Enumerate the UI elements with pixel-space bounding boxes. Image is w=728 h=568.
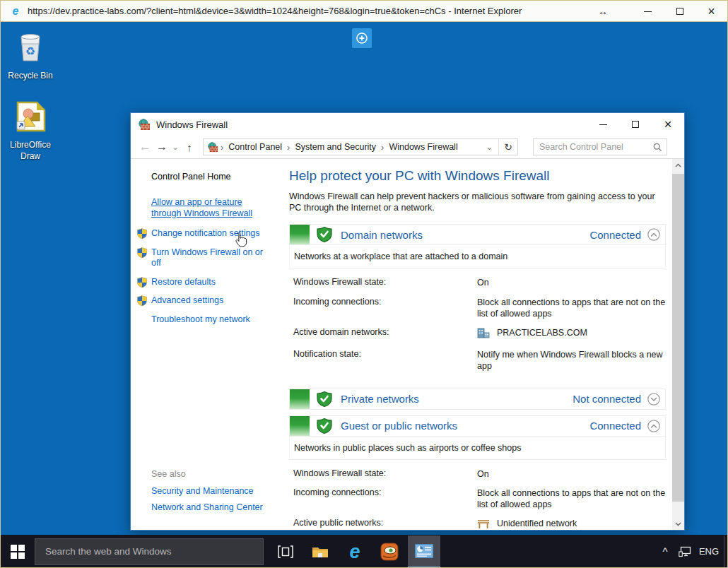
section-title: Private networks <box>341 393 419 405</box>
status-badge: Connected <box>589 420 641 432</box>
internet-explorer-icon: e <box>349 542 360 562</box>
task-view-button[interactable] <box>269 536 302 568</box>
window-titlebar[interactable]: Windows Firewall × <box>131 113 684 136</box>
window-maximize-button[interactable] <box>619 113 652 136</box>
scroll-down-button[interactable] <box>672 518 684 530</box>
sidebar-item-turn-firewall-on-off[interactable]: Turn Windows Firewall on or off <box>151 247 273 269</box>
see-also-header: See also <box>151 469 263 479</box>
section-header-private[interactable]: Private networks Not connected <box>289 389 666 410</box>
show-desktop-button[interactable] <box>724 536 727 568</box>
section-domain-networks: Domain networks Connected Networks at a … <box>289 224 666 385</box>
control-panel-search[interactable] <box>533 138 667 155</box>
forward-button[interactable]: → <box>153 141 170 153</box>
tray-expand-button[interactable]: ^ <box>656 545 674 557</box>
browser-titlebar: e https://dev.practice-labs.com/?client=… <box>1 1 727 22</box>
recent-pages-dropdown[interactable]: ⌄ <box>170 143 180 152</box>
desktop-icon-label: LibreOffice Draw <box>2 140 59 162</box>
system-tray: ^ ENG <box>656 536 727 568</box>
uac-shield-icon <box>136 228 148 243</box>
orange-app-icon <box>380 543 399 561</box>
status-badge: Connected <box>589 229 641 241</box>
green-shield-check-icon <box>317 391 332 407</box>
detail-value: Unidentified network <box>497 518 577 529</box>
scrollbar-thumb[interactable] <box>672 174 684 502</box>
detail-value: On <box>477 468 666 480</box>
navigation-bar: ← → ⌄ ↑ › Control Panel › System and Sec… <box>131 136 684 159</box>
browser-close-button[interactable]: × <box>695 1 727 22</box>
breadcrumb-separator: › <box>381 142 384 153</box>
desktop-icon-label: Recycle Bin <box>2 71 59 82</box>
browser-maximize-button[interactable] <box>664 1 695 22</box>
detail-value: Notify me when Windows Firewall blocks a… <box>477 349 666 372</box>
sidebar-item-restore-defaults[interactable]: Restore defaults <box>151 277 273 288</box>
refresh-button[interactable]: ↻ <box>499 141 517 153</box>
control-panel-window-button[interactable] <box>408 536 440 568</box>
back-button[interactable]: ← <box>136 141 153 153</box>
breadcrumb-separator: › <box>221 142 223 153</box>
section-header-guest-public[interactable]: Guest or public networks Connected <box>289 415 666 437</box>
desktop-icon-recycle-bin[interactable]: ♻ Recycle Bin <box>2 30 59 82</box>
section-title: Guest or public networks <box>341 420 457 432</box>
sidebar-item-network-and-sharing-center[interactable]: Network and Sharing Center <box>151 502 263 512</box>
search-input[interactable] <box>539 142 653 152</box>
collapse-chevron-icon[interactable] <box>647 420 660 432</box>
detail-row: Windows Firewall state: On <box>293 277 666 288</box>
language-indicator[interactable]: ENG <box>695 546 722 557</box>
sidebar-link-label: Advanced settings <box>151 295 223 305</box>
breadcrumb-control-panel[interactable]: Control Panel <box>228 142 282 152</box>
main-panel: Help protect your PC with Windows Firewa… <box>289 159 672 530</box>
window-minimize-button[interactable] <box>587 113 619 136</box>
green-shield-check-icon <box>317 418 332 434</box>
windows-firewall-window: Windows Firewall × ← → ⌄ ↑ › Control Pan… <box>130 112 685 531</box>
network-tray-button[interactable] <box>674 546 695 557</box>
sidebar-link-label: Restore defaults <box>151 277 216 287</box>
collapse-chevron-icon[interactable] <box>647 228 660 241</box>
sidebar-link-label: Turn Windows Firewall on or off <box>151 247 263 268</box>
scroll-up-icon <box>675 163 681 167</box>
sidebar-item-troubleshoot-my-network[interactable]: Troubleshoot my network <box>151 314 273 326</box>
internet-explorer-button[interactable]: e <box>339 536 371 568</box>
browser-minimize-button[interactable] <box>632 1 664 22</box>
sidebar-link-label: Troubleshoot my network <box>151 314 250 324</box>
sidebar-item-security-and-maintenance[interactable]: Security and Maintenance <box>151 486 263 496</box>
svg-text:♻: ♻ <box>25 45 35 57</box>
browser-title: https://dev.practice-labs.com/?client=ht… <box>28 6 522 16</box>
detail-label: Active public networks: <box>293 518 477 529</box>
file-explorer-button[interactable] <box>304 536 336 568</box>
sidebar-item-control-panel-home[interactable]: Control Panel Home <box>151 172 289 182</box>
section-description: Networks at a workplace that are attache… <box>289 245 666 268</box>
taskbar: e ^ <box>1 535 727 567</box>
intro-text: Windows Firewall can help prevent hacker… <box>289 191 662 213</box>
libreoffice-draw-icon <box>13 99 48 134</box>
task-view-icon <box>278 545 293 558</box>
screen: e https://dev.practice-labs.com/?client=… <box>0 0 728 568</box>
taskbar-search-input[interactable] <box>35 546 263 557</box>
detail-value: On <box>477 277 666 288</box>
control-panel-icon <box>415 544 433 558</box>
expand-chevron-icon[interactable] <box>647 393 660 406</box>
desktop-icon-libreoffice-draw[interactable]: LibreOffice Draw <box>2 99 59 162</box>
vertical-scrollbar[interactable] <box>672 159 684 530</box>
up-button[interactable]: ↑ <box>180 141 199 153</box>
network-monitor-icon <box>679 546 691 557</box>
detail-row: Notification state: Notify me when Windo… <box>293 349 666 372</box>
firewall-icon <box>208 142 218 153</box>
sidebar-item-change-notification-settings[interactable]: Change notification settings <box>151 228 273 239</box>
address-bar[interactable]: › Control Panel › System and Security › … <box>203 138 518 155</box>
window-close-button[interactable]: × <box>652 113 684 136</box>
breadcrumb-system-and-security[interactable]: System and Security <box>295 142 376 152</box>
detail-label: Windows Firewall state: <box>293 468 477 480</box>
toolbar-expand-button[interactable] <box>352 28 372 48</box>
section-header-domain[interactable]: Domain networks Connected <box>289 224 666 245</box>
scroll-up-button[interactable] <box>672 159 684 171</box>
sidebar-item-allow-app[interactable]: Allow an app or feature through Windows … <box>151 197 273 219</box>
breadcrumb-windows-firewall[interactable]: Windows Firewall <box>389 142 457 152</box>
app-button-orange[interactable] <box>373 536 406 568</box>
maximize-icon <box>632 121 639 128</box>
uac-shield-icon <box>136 247 148 262</box>
address-dropdown-icon[interactable]: ⌄ <box>481 143 498 152</box>
detail-value: Block all connections to apps that are n… <box>477 297 666 320</box>
sidebar-item-advanced-settings[interactable]: Advanced settings <box>151 295 273 307</box>
start-button[interactable] <box>1 536 35 568</box>
taskbar-search[interactable] <box>35 538 264 565</box>
